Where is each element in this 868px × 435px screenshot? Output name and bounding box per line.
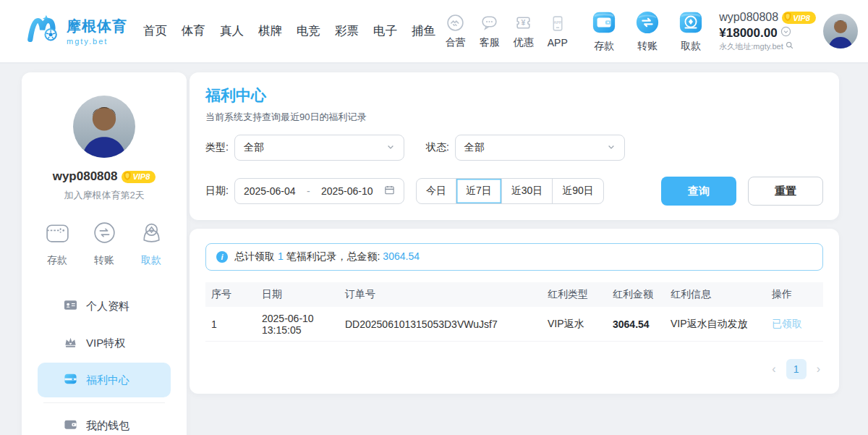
- brand-domain: mgty.bet: [67, 37, 127, 46]
- sidebar-username: wyp080808: [53, 169, 118, 184]
- col-order: 订单号: [339, 282, 542, 307]
- status-select[interactable]: 全部: [455, 135, 625, 161]
- col-bonus-info: 红利信息: [665, 282, 766, 307]
- range-90days-button[interactable]: 近90日: [552, 179, 603, 203]
- range-7days-button[interactable]: 近7日: [456, 179, 501, 203]
- sidebar-withdraw-action[interactable]: 取款: [138, 219, 165, 267]
- nav-item-slots[interactable]: 电子: [373, 23, 397, 39]
- nav-item-live[interactable]: 真人: [220, 23, 244, 39]
- withdraw-label: 取款: [681, 40, 701, 53]
- col-action: 操作: [766, 282, 823, 307]
- sidebar-vip-badge[interactable]: VIP8: [122, 171, 156, 183]
- nav-item-esports[interactable]: 电竞: [297, 23, 320, 39]
- deposit-action[interactable]: 存款: [586, 10, 622, 53]
- transfer-action[interactable]: 转账: [629, 10, 665, 53]
- vip-shield-icon: [783, 12, 793, 24]
- transfer-label: 转账: [637, 40, 658, 53]
- reset-button[interactable]: 重置: [748, 177, 823, 206]
- vip-badge[interactable]: VIP8: [782, 12, 816, 24]
- prev-page-button[interactable]: ‹: [772, 363, 775, 376]
- svg-text:APP: APP: [553, 20, 562, 24]
- id-card-icon: [64, 298, 77, 314]
- col-date: 日期: [256, 282, 339, 307]
- balance-chevron-icon[interactable]: [780, 25, 791, 41]
- sidebar-item-wallet[interactable]: 我的钱包: [38, 408, 171, 435]
- sidebar-item-vip[interactable]: VIP特权: [38, 326, 171, 360]
- sidebar-deposit-label: 存款: [47, 254, 67, 267]
- sidebar-item-label: VIP特权: [86, 337, 125, 350]
- sidebar-item-welfare[interactable]: 福利中心: [38, 363, 171, 397]
- welfare-results-card: i 总计领取 1 笔福利记录，总金额: 3064.54 序号 日期 订单号 红利…: [190, 229, 839, 394]
- nav-item-lottery[interactable]: 彩票: [335, 23, 359, 39]
- support-action[interactable]: 客服: [472, 14, 506, 49]
- withdraw-outline-icon: [138, 219, 165, 248]
- chevron-down-icon: [386, 142, 395, 153]
- svg-text:¥: ¥: [522, 19, 526, 27]
- permanent-address: 永久地址:mgty.bet: [719, 41, 783, 51]
- withdraw-action[interactable]: 取款: [673, 10, 709, 53]
- cell-date: 2025-06-10 13:15:05: [256, 307, 339, 342]
- page-title: 福利中心: [205, 85, 823, 106]
- cell-bonus-info: VIP返水自动发放: [665, 307, 766, 342]
- nav-item-fishing[interactable]: 捕鱼: [412, 23, 435, 39]
- join-days-text: 加入摩根体育第2天: [64, 189, 144, 202]
- nav-item-sports[interactable]: 体育: [182, 23, 205, 39]
- quick-range-group: 今日 近7日 近30日 近90日: [416, 178, 604, 204]
- type-filter-label: 类型:: [205, 141, 229, 154]
- table-row: 1 2025-06-10 13:15:05 DD202506101315053D…: [205, 307, 823, 342]
- crown-icon: [64, 335, 77, 351]
- date-from-value: 2025-06-04: [244, 185, 296, 197]
- type-select[interactable]: 全部: [234, 135, 404, 161]
- app-download-action[interactable]: APP APP: [540, 14, 574, 48]
- cell-bonus-amount: 3064.54: [607, 307, 665, 342]
- search-button[interactable]: 查询: [661, 177, 736, 206]
- sidebar-item-profile[interactable]: 个人资料: [38, 289, 171, 324]
- sidebar-item-label: 我的钱包: [86, 419, 129, 433]
- range-30days-button[interactable]: 近30日: [501, 179, 553, 203]
- partner-action[interactable]: 合营: [438, 14, 472, 49]
- vip-level-label: VIP8: [793, 13, 810, 23]
- vip-shield-icon: [122, 171, 132, 182]
- promotions-label: 优惠: [514, 36, 534, 49]
- sidebar-avatar[interactable]: [73, 96, 135, 158]
- withdraw-wallet-icon: [678, 10, 703, 38]
- col-bonus-amount: 红利金额: [607, 282, 665, 307]
- range-today-button[interactable]: 今日: [417, 179, 456, 203]
- username: wyp080808: [719, 10, 778, 25]
- magnifier-icon[interactable]: [786, 41, 793, 51]
- sidebar-withdraw-label: 取款: [141, 254, 161, 267]
- nav-item-home[interactable]: 首页: [143, 23, 167, 39]
- summary-count: 1: [278, 250, 284, 262]
- user-info: wyp080808 VIP8 ¥18000.00: [719, 10, 816, 51]
- sidebar-deposit-action[interactable]: 存款: [44, 219, 71, 267]
- status-select-value: 全部: [464, 141, 485, 154]
- claimed-status: 已领取: [766, 307, 823, 342]
- sidebar-item-label: 福利中心: [86, 373, 129, 387]
- calendar-icon: [384, 185, 395, 198]
- page-1-button[interactable]: 1: [786, 359, 807, 379]
- cell-order: DD202506101315053D3VWuJsf7: [339, 307, 542, 342]
- date-to-value: 2025-06-10: [321, 185, 373, 197]
- sidebar-transfer-action[interactable]: 转账: [91, 219, 118, 267]
- page-subtitle: 当前系统支持查询最近90日的福利记录: [205, 111, 823, 124]
- support-label: 客服: [480, 36, 500, 49]
- support-chat-icon: [480, 14, 498, 35]
- main-content: 福利中心 当前系统支持查询最近90日的福利记录 类型: 全部 状态: 全部: [190, 72, 839, 435]
- info-icon: i: [216, 251, 228, 263]
- welfare-center-icon: [64, 372, 77, 388]
- promotions-action[interactable]: ¥ 优惠: [506, 14, 540, 49]
- brand-logo[interactable]: 摩根体育 mgty.bet: [26, 12, 127, 51]
- app-phone-icon: APP: [548, 14, 566, 35]
- partner-label: 合营: [446, 36, 466, 49]
- sidebar-transfer-label: 转账: [94, 254, 114, 267]
- promo-yen-icon: ¥: [514, 14, 532, 35]
- top-header: 摩根体育 mgty.bet 首页 体育 真人 棋牌 电竞 彩票 电子 捕鱼 合营: [0, 0, 868, 64]
- sidebar-quick-actions: 存款 转账 取款: [44, 219, 165, 267]
- date-range-input[interactable]: 2025-06-04 - 2025-06-10: [234, 178, 404, 204]
- next-page-button[interactable]: ›: [817, 363, 820, 376]
- nav-item-chess[interactable]: 棋牌: [258, 23, 282, 39]
- balance-value: ¥18000.00: [719, 25, 777, 41]
- sidebar-item-label: 个人资料: [86, 300, 129, 313]
- brand-name: 摩根体育: [67, 18, 127, 34]
- user-avatar[interactable]: [823, 14, 858, 48]
